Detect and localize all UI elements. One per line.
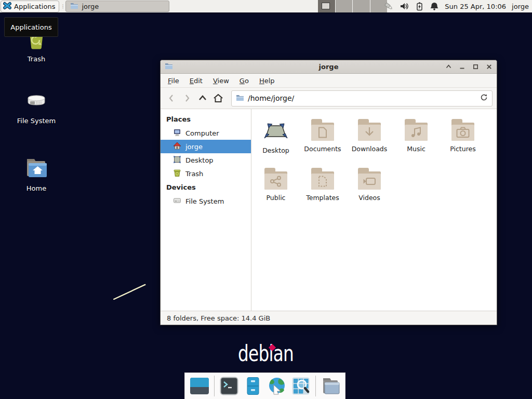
file-item-label: Pictures xyxy=(450,145,476,153)
window-folder-icon xyxy=(165,62,173,72)
sidebar-item-computer[interactable]: Computer xyxy=(161,126,251,140)
file-manager-launcher[interactable] xyxy=(320,376,341,396)
trash-small-icon xyxy=(173,169,181,179)
pictures-folder-icon xyxy=(450,117,475,142)
web-browser-launcher[interactable] xyxy=(267,376,287,396)
desktop-icon-file-system[interactable]: File System xyxy=(8,88,65,125)
file-item-label: Documents xyxy=(304,145,341,153)
home-icon xyxy=(173,142,181,152)
file-list[interactable]: Desktop Documents xyxy=(251,109,497,311)
workspace-switcher[interactable] xyxy=(318,0,387,12)
sidebar: Places Computer xyxy=(161,109,251,311)
folder-icon xyxy=(70,2,78,11)
menu-help[interactable]: Help xyxy=(254,74,280,87)
xfce-logo-icon xyxy=(3,2,11,11)
clock[interactable]: Sun 25 Apr, 10:06 xyxy=(445,3,506,10)
taskbar-window-label: jorge xyxy=(82,3,99,10)
stylus-tool-tray-icon[interactable] xyxy=(383,2,394,11)
debian-wallpaper-logo: debian xyxy=(238,343,342,368)
reload-icon[interactable] xyxy=(480,94,488,103)
file-item-public[interactable]: Public xyxy=(253,166,299,215)
bottom-dock xyxy=(184,373,345,399)
sidebar-devices-header: Devices xyxy=(161,180,251,194)
file-item-videos[interactable]: Videos xyxy=(347,166,392,215)
folder-icon xyxy=(236,94,244,103)
terminal-launcher[interactable] xyxy=(219,376,239,396)
hard-drive-icon xyxy=(24,88,49,114)
home-folder-icon xyxy=(24,155,49,182)
menu-go[interactable]: Go xyxy=(234,74,254,87)
applications-menu-button[interactable]: Applications xyxy=(1,1,59,12)
sidebar-item-jorge[interactable]: jorge xyxy=(161,140,251,153)
up-button[interactable] xyxy=(196,91,209,105)
documents-folder-icon xyxy=(310,117,335,142)
workspace-3[interactable] xyxy=(352,0,370,12)
location-bar[interactable]: /home/jorge/ xyxy=(231,90,493,107)
debian-logo-text: debian xyxy=(238,343,294,365)
shade-window-button[interactable] xyxy=(445,63,452,71)
desktop-icon-label: File System xyxy=(17,117,56,125)
file-item-pictures[interactable]: Pictures xyxy=(440,117,486,166)
file-item-documents[interactable]: Documents xyxy=(300,117,345,166)
maximize-window-button[interactable] xyxy=(472,63,479,71)
panel-handle[interactable]: ⋮ xyxy=(60,5,64,8)
window-titlebar[interactable]: jorge xyxy=(161,60,497,74)
applications-tooltip: Applications xyxy=(4,17,58,37)
workspace-window-preview xyxy=(322,3,330,9)
templates-folder-icon xyxy=(310,166,335,191)
file-item-downloads[interactable]: Downloads xyxy=(347,117,392,166)
desktop-icon-label: Home xyxy=(26,184,46,192)
close-window-button[interactable] xyxy=(485,63,493,71)
desktop-icon-label: Trash xyxy=(28,55,45,63)
system-tray: Sun 25 Apr, 10:06 jorge xyxy=(383,0,529,12)
desktop-place-icon xyxy=(173,155,181,165)
file-item-label: Downloads xyxy=(352,145,388,153)
back-button[interactable] xyxy=(165,91,178,105)
workspace-2[interactable] xyxy=(335,0,353,12)
sidebar-item-file-system[interactable]: File System xyxy=(161,194,251,208)
file-item-label: Music xyxy=(407,145,425,153)
toolbar: /home/jorge/ xyxy=(161,88,497,109)
sidebar-item-label: File System xyxy=(185,197,224,205)
sidebar-item-label: jorge xyxy=(185,143,203,151)
file-item-label: Templates xyxy=(306,194,339,202)
file-item-music[interactable]: Music xyxy=(393,117,439,166)
forward-button[interactable] xyxy=(180,91,194,105)
file-item-templates[interactable]: Templates xyxy=(300,166,345,215)
location-path[interactable]: /home/jorge/ xyxy=(248,94,476,102)
drawn-line-artifact xyxy=(113,284,146,300)
sidebar-places-header: Places xyxy=(161,112,251,126)
sidebar-item-label: Computer xyxy=(185,129,219,137)
menu-edit[interactable]: Edit xyxy=(184,74,208,87)
applications-menu-label: Applications xyxy=(14,3,55,10)
minimize-window-button[interactable] xyxy=(458,63,466,71)
battery-tray-icon[interactable] xyxy=(415,2,424,11)
file-item-label: Desktop xyxy=(262,147,289,154)
workspace-1[interactable] xyxy=(318,0,335,12)
public-folder-icon xyxy=(263,166,288,191)
desktop-icon-home[interactable]: Home xyxy=(8,155,65,192)
file-manager-window: jorge File Edit View Go Help xyxy=(160,60,497,325)
statusbar: 8 folders, Free space: 14.4 GiB xyxy=(161,311,497,325)
applications-tooltip-text: Applications xyxy=(10,23,51,31)
show-desktop-launcher[interactable] xyxy=(189,376,210,396)
app-finder-launcher[interactable] xyxy=(291,376,311,396)
desktop-special-icon xyxy=(263,117,288,144)
sidebar-item-label: Trash xyxy=(185,170,203,178)
file-item-label: Videos xyxy=(358,194,380,202)
taskbar-window-button[interactable]: jorge xyxy=(65,1,169,12)
home-button[interactable] xyxy=(211,91,225,105)
username-indicator[interactable]: jorge xyxy=(512,3,529,10)
notification-bell-tray-icon[interactable] xyxy=(430,2,439,11)
drive-small-icon xyxy=(173,196,181,206)
videos-folder-icon xyxy=(357,166,382,191)
file-item-desktop[interactable]: Desktop xyxy=(253,117,299,166)
sidebar-item-desktop[interactable]: Desktop xyxy=(161,153,251,167)
volume-tray-icon[interactable] xyxy=(400,2,409,11)
menu-view[interactable]: View xyxy=(208,74,234,87)
top-panel: Applications ⋮ jorge xyxy=(0,0,532,14)
sidebar-item-trash[interactable]: Trash xyxy=(161,167,251,180)
file-cabinet-launcher[interactable] xyxy=(243,376,263,396)
file-item-label: Public xyxy=(267,194,286,202)
menu-file[interactable]: File xyxy=(163,74,184,87)
